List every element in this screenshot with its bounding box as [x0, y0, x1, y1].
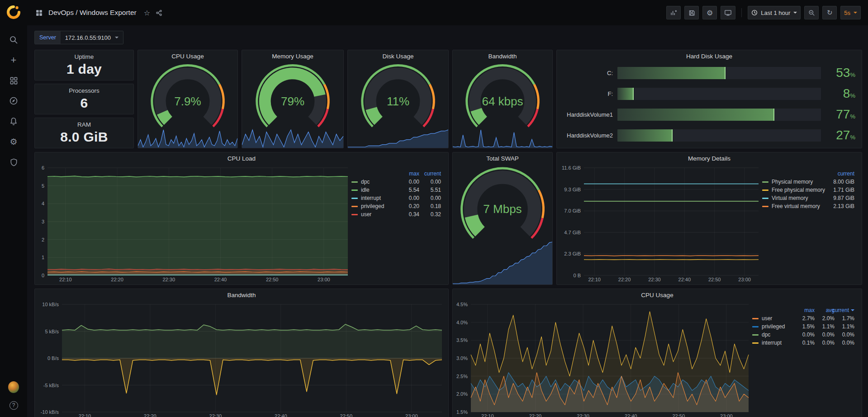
server-admin-shield-icon[interactable] [8, 156, 19, 167]
panel-title[interactable]: Bandwidth [453, 50, 552, 63]
svg-text:22:30: 22:30 [648, 277, 661, 282]
legend-header[interactable]: max [796, 307, 815, 313]
panel-row-3: Bandwidth 22:1022:2022:3022:4022:5023:00… [34, 289, 862, 417]
svg-text:0 B: 0 B [573, 273, 581, 278]
legend-header[interactable]: current [420, 171, 441, 177]
main-area: DevOps / Windows Exporter ☆ ⚙ [27, 0, 868, 417]
zoom-out-button[interactable] [804, 6, 819, 19]
svg-text:22:20: 22:20 [618, 277, 631, 282]
hdd-bar-track [617, 129, 821, 142]
svg-text:22:20: 22:20 [529, 413, 542, 417]
legend-series[interactable]: dpc [351, 179, 398, 185]
panel-title[interactable]: Total SWAP [453, 152, 552, 165]
legend-header[interactable]: current [828, 171, 854, 177]
series-color-icon [351, 198, 358, 199]
cycle-view-mode-button[interactable] [721, 6, 735, 19]
add-panel-button[interactable] [666, 6, 681, 19]
legend-series[interactable]: Physical memory [762, 179, 827, 185]
svg-text:79%: 79% [281, 95, 304, 108]
refresh-button[interactable]: ↻ [822, 6, 837, 19]
star-icon[interactable]: ☆ [144, 9, 150, 17]
stat-title[interactable]: Uptime [75, 53, 94, 60]
search-icon[interactable] [8, 34, 19, 45]
swap-area-chart [453, 241, 552, 284]
legend-series-label: dpc [361, 179, 370, 185]
legend-series[interactable]: Virtual memory [762, 195, 827, 201]
legend-series[interactable]: interrupt [752, 340, 795, 346]
panel-title[interactable]: CPU Load [35, 152, 448, 165]
variable-server[interactable]: Server 172.16.0.55:9100 [34, 31, 123, 44]
legend-series[interactable]: user [351, 211, 398, 218]
svg-text:22:20: 22:20 [111, 277, 123, 282]
panel-uptime-stat: Uptime 1 day [34, 50, 134, 81]
panel-title[interactable]: CPU Usage [453, 289, 862, 302]
cpu-usage-legend: maxavgcurrentuser2.7%2.0%1.7%privileged1… [752, 302, 859, 417]
legend-header[interactable]: max [398, 171, 419, 177]
svg-text:2.3 GiB: 2.3 GiB [564, 251, 581, 256]
cpu-usage-chart[interactable]: 22:1022:2022:3022:4022:5023:001.5%2.0%2.… [454, 302, 752, 417]
save-dashboard-button[interactable] [684, 6, 699, 19]
variable-value[interactable]: 172.16.0.55:9100 [61, 31, 123, 44]
avatar[interactable] [8, 382, 19, 393]
legend-series[interactable]: privileged [752, 323, 795, 330]
create-plus-icon[interactable]: + [8, 55, 19, 66]
panel-disk-usage-gauge: Disk Usage 11% [347, 50, 449, 148]
panel-title[interactable]: CPU Usage [138, 50, 237, 63]
configuration-gear-icon[interactable]: ⚙ [8, 136, 19, 147]
svg-text:3.5%: 3.5% [456, 337, 468, 343]
share-icon[interactable] [156, 9, 162, 16]
series-color-icon [351, 214, 358, 215]
stat-title[interactable]: RAM [77, 121, 91, 128]
panel-title[interactable]: Bandwidth [35, 289, 448, 302]
svg-text:9.3 GiB: 9.3 GiB [564, 187, 581, 192]
series-color-icon [752, 326, 759, 327]
legend-value: 1.71 GiB [828, 187, 854, 193]
legend-value: 8.00 GiB [828, 179, 854, 185]
legend-value: 0.0% [816, 332, 835, 338]
help-icon[interactable]: ? [8, 400, 19, 411]
legend-value: 0.00 [398, 179, 419, 185]
svg-text:23:00: 23:00 [318, 277, 330, 282]
svg-text:23:00: 23:00 [720, 413, 733, 417]
legend-series[interactable]: idle [351, 187, 398, 193]
panel-cpu-usage-gauge: CPU Usage 7.9% [138, 50, 238, 148]
hdd-percent-value: 27% [825, 129, 855, 142]
panel-title[interactable]: Disk Usage [348, 50, 448, 63]
grafana-logo[interactable] [6, 5, 21, 20]
alerting-bell-icon[interactable] [8, 116, 19, 127]
legend-series[interactable]: dpc [752, 332, 795, 338]
panel-row-1: Uptime 1 day Processors 6 RAM 8.0 GiB CP… [34, 50, 862, 148]
legend-series[interactable]: Free physical memory [762, 187, 827, 193]
svg-text:7.9%: 7.9% [174, 95, 201, 108]
cpu-load-chart[interactable]: 22:1022:2022:3022:4022:5023:000123456 [36, 165, 351, 284]
svg-text:22:40: 22:40 [678, 277, 691, 282]
svg-text:22:10: 22:10 [79, 413, 91, 417]
bandwidth-sparkline [453, 129, 552, 148]
panel-title[interactable]: Memory Details [557, 152, 862, 165]
legend-series[interactable]: privileged [351, 203, 398, 209]
legend-series[interactable]: Free virtual memory [762, 203, 827, 209]
dashboard-title[interactable]: DevOps / Windows Exporter [48, 9, 137, 17]
svg-text:23:00: 23:00 [738, 277, 751, 282]
legend-series[interactable]: interrupt [351, 195, 398, 201]
dashboards-icon[interactable] [8, 75, 19, 86]
hdd-rows: C:53%F:8%HarddiskVolume177%HarddiskVolum… [557, 63, 862, 148]
hdd-percent-number: 27 [836, 128, 850, 142]
stat-title[interactable]: Processors [69, 87, 100, 94]
series-color-icon [762, 190, 768, 191]
legend-series[interactable]: user [752, 315, 795, 322]
bandwidth-chart[interactable]: 22:1022:2022:3022:4022:5023:0010 kB/s5 k… [36, 302, 446, 417]
explore-compass-icon[interactable] [8, 95, 19, 106]
hdd-row: F:8% [560, 85, 855, 103]
legend-value: 5.54 [398, 187, 419, 193]
dashboard-settings-button[interactable]: ⚙ [702, 6, 717, 19]
refresh-interval-picker[interactable]: 5s [840, 6, 861, 19]
time-range-picker[interactable]: Last 1 hour [748, 6, 801, 19]
memory-details-chart[interactable]: 22:1022:2022:3022:4022:5023:000 B2.3 GiB… [558, 165, 762, 284]
panel-title[interactable]: Hard Disk Usage [557, 50, 862, 63]
navbar-left: DevOps / Windows Exporter ☆ [35, 9, 162, 17]
navbar: DevOps / Windows Exporter ☆ ⚙ [27, 0, 868, 25]
panel-title[interactable]: Memory Usage [242, 50, 343, 63]
legend-series-label: interrupt [361, 195, 381, 201]
legend-header[interactable]: current [835, 307, 854, 313]
